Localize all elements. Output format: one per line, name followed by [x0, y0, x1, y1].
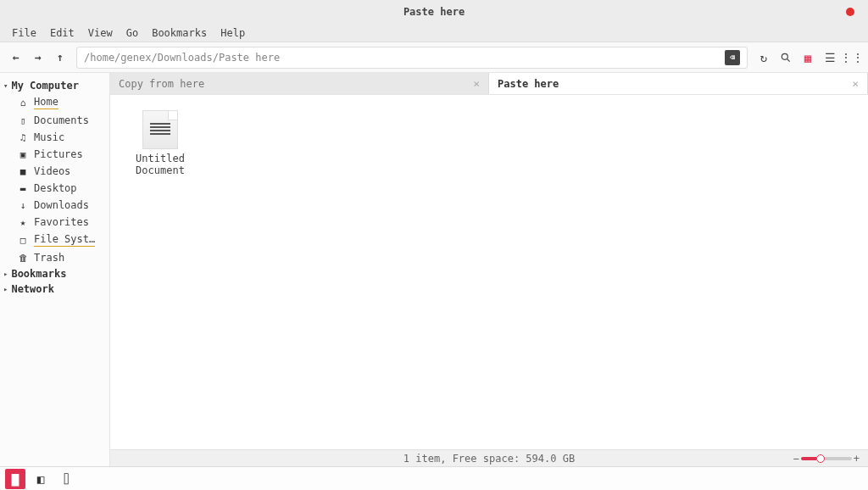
- status-text: 1 item, Free space: 594.0 GB: [403, 453, 575, 465]
- sidebar-item-music[interactable]: ♫Music: [0, 129, 109, 146]
- svg-point-0: [782, 53, 787, 59]
- file-view[interactable]: UntitledDocument: [110, 95, 868, 449]
- close-tab-icon[interactable]: ×: [473, 77, 480, 90]
- menu-help[interactable]: Help: [214, 25, 252, 41]
- tab-copy-from-here[interactable]: Copy from here×: [110, 73, 489, 94]
- tab-label: Paste here: [498, 78, 559, 90]
- sidebar: My Computer ⌂Home▯Documents♫Music▣Pictur…: [0, 73, 110, 466]
- sidebar-item-trash[interactable]: 🗑Trash: [0, 249, 109, 266]
- tab-label: Copy from here: [119, 78, 204, 90]
- sidebar-section-bookmarks[interactable]: Bookmarks: [0, 266, 109, 281]
- sidebar-item-desktop[interactable]: ▬Desktop: [0, 180, 109, 197]
- document-icon: [142, 110, 178, 149]
- sidebar-item-label: Desktop: [34, 182, 77, 194]
- menu-file[interactable]: File: [5, 25, 43, 41]
- compact-view-button[interactable]: ⋮⋮: [843, 48, 861, 67]
- icon-view-button[interactable]: ▦: [798, 48, 817, 67]
- main-area: My Computer ⌂Home▯Documents♫Music▣Pictur…: [0, 73, 868, 466]
- taskbar-filemanager-icon[interactable]: ▇: [5, 469, 25, 489]
- search-icon[interactable]: [776, 48, 795, 67]
- trash-icon: 🗑: [17, 253, 29, 264]
- home-icon: ⌂: [17, 97, 29, 109]
- sidebar-item-label: Trash: [34, 252, 64, 264]
- sidebar-item-documents[interactable]: ▯Documents: [0, 112, 109, 129]
- svg-line-1: [787, 58, 790, 61]
- content-area: Copy from here×Paste here× UntitledDocum…: [110, 73, 868, 466]
- sidebar-item-label: Pictures: [34, 148, 83, 160]
- taskbar: ▇ ◧ ⌷: [0, 466, 868, 490]
- favorites-icon: ★: [17, 217, 29, 228]
- menubar: File Edit View Go Bookmarks Help: [0, 24, 868, 42]
- sidebar-item-pictures[interactable]: ▣Pictures: [0, 146, 109, 163]
- sidebar-item-file-syst-[interactable]: □File Syst…: [0, 231, 109, 249]
- refresh-icon[interactable]: ↻: [754, 48, 773, 67]
- window-title: Paste here: [403, 6, 465, 18]
- desktop-icon: ▬: [17, 183, 29, 194]
- pictures-icon: ▣: [17, 149, 29, 160]
- sidebar-item-label: Documents: [34, 114, 89, 126]
- menu-edit[interactable]: Edit: [43, 25, 81, 41]
- taskbar-panel-icon[interactable]: ◧: [31, 469, 51, 489]
- statusbar: 1 item, Free space: 594.0 GB − +: [110, 449, 868, 466]
- up-button[interactable]: ↑: [51, 48, 70, 67]
- sidebar-item-favorites[interactable]: ★Favorites: [0, 214, 109, 231]
- clear-path-icon[interactable]: ⌫: [725, 50, 740, 65]
- sidebar-item-label: Home: [34, 96, 58, 109]
- file-item[interactable]: UntitledDocument: [122, 107, 198, 181]
- sidebar-section-computer[interactable]: My Computer: [0, 78, 109, 93]
- documents-icon: ▯: [17, 115, 29, 126]
- zoom-in-icon[interactable]: +: [854, 453, 860, 465]
- tab-bar: Copy from here×Paste here×: [110, 73, 868, 95]
- forward-button[interactable]: →: [29, 48, 47, 67]
- sidebar-item-label: File Syst…: [34, 233, 95, 247]
- sidebar-item-downloads[interactable]: ↓Downloads: [0, 197, 109, 214]
- zoom-out-icon[interactable]: −: [793, 453, 799, 465]
- close-window-button[interactable]: [846, 8, 854, 16]
- list-view-button[interactable]: ☰: [821, 48, 839, 67]
- menu-bookmarks[interactable]: Bookmarks: [145, 25, 214, 41]
- tab-paste-here[interactable]: Paste here×: [489, 73, 868, 94]
- menu-go[interactable]: Go: [120, 25, 145, 41]
- sidebar-item-label: Favorites: [34, 216, 89, 228]
- videos-icon: ■: [17, 166, 29, 177]
- music-icon: ♫: [17, 132, 29, 143]
- sidebar-item-label: Videos: [34, 165, 70, 177]
- taskbar-terminal-icon[interactable]: ⌷: [56, 469, 76, 489]
- zoom-slider[interactable]: − +: [793, 453, 860, 465]
- sidebar-item-home[interactable]: ⌂Home: [0, 93, 109, 112]
- path-text: /home/genex/Downloads/Paste here: [84, 52, 280, 64]
- file-label: UntitledDocument: [136, 153, 185, 177]
- sidebar-section-network[interactable]: Network: [0, 281, 109, 297]
- sidebar-item-videos[interactable]: ■Videos: [0, 163, 109, 180]
- path-input[interactable]: /home/genex/Downloads/Paste here ⌫: [76, 47, 748, 69]
- titlebar: Paste here: [0, 0, 868, 24]
- downloads-icon: ↓: [17, 200, 29, 211]
- menu-view[interactable]: View: [81, 25, 120, 41]
- toolbar: ← → ↑ /home/genex/Downloads/Paste here ⌫…: [0, 42, 868, 73]
- back-button[interactable]: ←: [7, 48, 25, 67]
- sidebar-item-label: Downloads: [34, 199, 89, 211]
- sidebar-item-label: Music: [34, 131, 64, 143]
- filesystem-icon: □: [17, 235, 29, 246]
- close-tab-icon[interactable]: ×: [852, 77, 859, 90]
